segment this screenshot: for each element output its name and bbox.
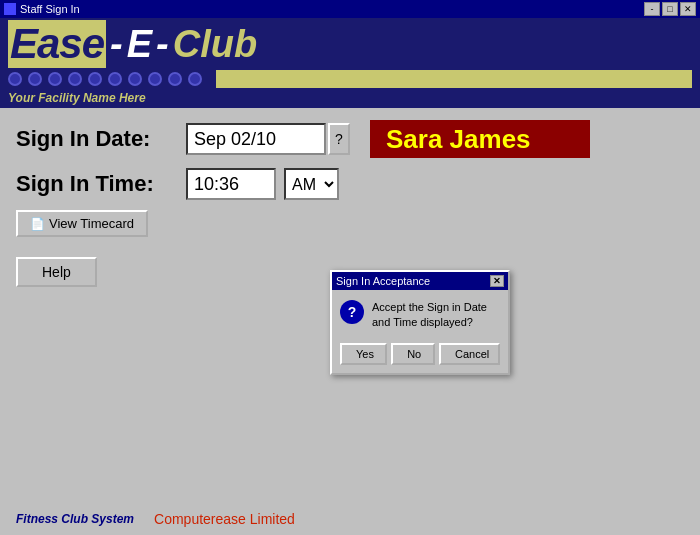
sign-in-date-label: Sign In Date: [16, 126, 186, 152]
help-button[interactable]: Help [16, 257, 97, 287]
sign-in-acceptance-dialog: Sign In Acceptance ✕ ? Accept the Sign i… [330, 270, 510, 375]
app-icon [4, 3, 16, 15]
view-timecard-button[interactable]: 📄 View Timecard [16, 210, 148, 237]
logo-dash1: - [110, 23, 123, 66]
dot-9 [168, 72, 182, 86]
dialog-cancel-button[interactable]: Cancel [439, 343, 500, 365]
minimize-button[interactable]: - [644, 2, 660, 16]
staff-name: Sara James [386, 124, 531, 155]
dialog-yes-button[interactable]: Yes [340, 343, 387, 365]
dialog-question-icon: ? [340, 300, 364, 324]
dot-10 [188, 72, 202, 86]
dot-8 [148, 72, 162, 86]
sign-in-time-input[interactable] [186, 168, 276, 200]
title-bar-left: Staff Sign In [4, 3, 80, 15]
header-banner: Ease - E - Club Your Facility Name Here [0, 18, 700, 108]
sign-in-time-label: Sign In Time: [16, 171, 186, 197]
title-bar-label: Staff Sign In [20, 3, 80, 15]
facility-bar: Your Facility Name Here [0, 88, 700, 108]
dialog-message-text: Accept the Sign in Date and Time display… [372, 300, 500, 331]
date-question-button[interactable]: ? [328, 123, 350, 155]
dot-3 [48, 72, 62, 86]
title-bar: Staff Sign In - □ ✕ [0, 0, 700, 18]
footer-company-label: Computerease Limited [154, 511, 295, 527]
dots-bar [0, 70, 700, 88]
dialog-title-label: Sign In Acceptance [336, 275, 430, 287]
dot-6 [108, 72, 122, 86]
dots-right-bar [216, 70, 692, 88]
facility-name: Your Facility Name Here [8, 91, 146, 105]
dot-5 [88, 72, 102, 86]
staff-name-badge: Sara James [370, 120, 590, 158]
dot-2 [28, 72, 42, 86]
maximize-button[interactable]: □ [662, 2, 678, 16]
footer-fitness-label: Fitness Club System [16, 512, 134, 526]
dialog-message-row: ? Accept the Sign in Date and Time displ… [340, 300, 500, 331]
dot-4 [68, 72, 82, 86]
logo-club: Club [173, 23, 257, 66]
dialog-buttons: Yes No Cancel [340, 343, 500, 365]
view-timecard-label: View Timecard [49, 216, 134, 231]
sign-in-date-row: Sign In Date: ? Sara James [16, 120, 684, 158]
dialog-title-bar: Sign In Acceptance ✕ [332, 272, 508, 290]
logo-ease: Ease [8, 20, 106, 68]
dot-7 [128, 72, 142, 86]
logo-dash2: - [156, 23, 169, 66]
ampm-select[interactable]: AM PM [284, 168, 339, 200]
logo-e: E [127, 23, 152, 66]
banner-logo: Ease - E - Club [0, 18, 700, 70]
close-button[interactable]: ✕ [680, 2, 696, 16]
sign-in-date-input[interactable] [186, 123, 326, 155]
dialog-close-button[interactable]: ✕ [490, 275, 504, 287]
dialog-no-button[interactable]: No [391, 343, 435, 365]
title-bar-controls: - □ ✕ [644, 2, 696, 16]
dialog-body: ? Accept the Sign in Date and Time displ… [332, 290, 508, 373]
question-mark: ? [348, 304, 357, 320]
timecard-doc-icon: 📄 [30, 217, 45, 231]
sign-in-time-row: Sign In Time: AM PM [16, 168, 684, 200]
footer: Fitness Club System Computerease Limited [0, 511, 700, 527]
dot-1 [8, 72, 22, 86]
